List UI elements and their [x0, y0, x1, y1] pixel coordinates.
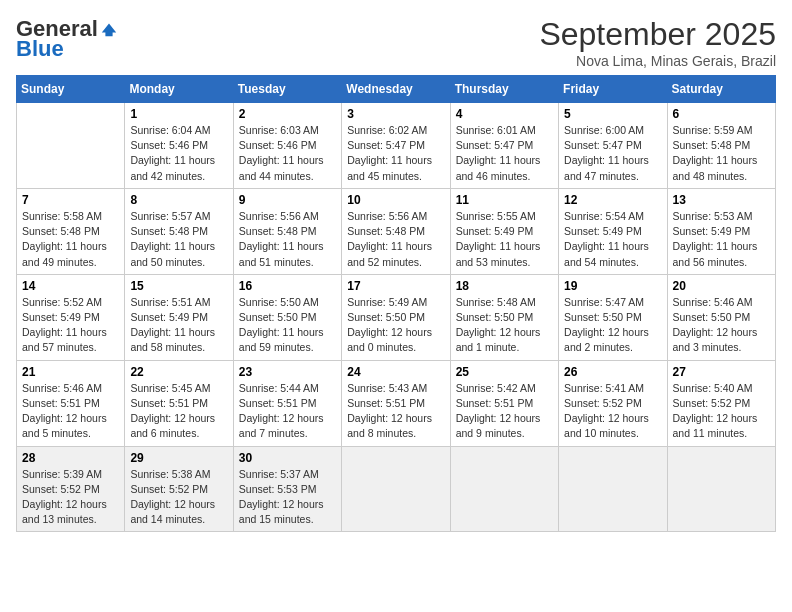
day-info: Sunrise: 5:37 AMSunset: 5:53 PMDaylight:…: [239, 467, 336, 528]
day-info: Sunrise: 6:03 AMSunset: 5:46 PMDaylight:…: [239, 123, 336, 184]
day-info: Sunrise: 5:56 AMSunset: 5:48 PMDaylight:…: [239, 209, 336, 270]
day-info: Sunrise: 5:39 AMSunset: 5:52 PMDaylight:…: [22, 467, 119, 528]
day-info: Sunrise: 5:44 AMSunset: 5:51 PMDaylight:…: [239, 381, 336, 442]
day-info: Sunrise: 5:57 AMSunset: 5:48 PMDaylight:…: [130, 209, 227, 270]
day-info: Sunrise: 5:42 AMSunset: 5:51 PMDaylight:…: [456, 381, 553, 442]
calendar-cell: 13Sunrise: 5:53 AMSunset: 5:49 PMDayligh…: [667, 188, 775, 274]
day-number: 17: [347, 279, 444, 293]
day-number: 10: [347, 193, 444, 207]
calendar-cell: 28Sunrise: 5:39 AMSunset: 5:52 PMDayligh…: [17, 446, 125, 532]
svg-marker-0: [102, 24, 116, 37]
day-number: 6: [673, 107, 770, 121]
calendar-cell: 25Sunrise: 5:42 AMSunset: 5:51 PMDayligh…: [450, 360, 558, 446]
calendar-cell: 4Sunrise: 6:01 AMSunset: 5:47 PMDaylight…: [450, 103, 558, 189]
location-subtitle: Nova Lima, Minas Gerais, Brazil: [539, 53, 776, 69]
day-number: 16: [239, 279, 336, 293]
day-info: Sunrise: 5:38 AMSunset: 5:52 PMDaylight:…: [130, 467, 227, 528]
calendar-week-1: 1Sunrise: 6:04 AMSunset: 5:46 PMDaylight…: [17, 103, 776, 189]
day-info: Sunrise: 5:52 AMSunset: 5:49 PMDaylight:…: [22, 295, 119, 356]
page-header: General Blue September 2025 Nova Lima, M…: [16, 16, 776, 69]
day-header-sunday: Sunday: [17, 76, 125, 103]
calendar-cell: 16Sunrise: 5:50 AMSunset: 5:50 PMDayligh…: [233, 274, 341, 360]
calendar-cell: 11Sunrise: 5:55 AMSunset: 5:49 PMDayligh…: [450, 188, 558, 274]
day-number: 24: [347, 365, 444, 379]
day-info: Sunrise: 5:51 AMSunset: 5:49 PMDaylight:…: [130, 295, 227, 356]
day-info: Sunrise: 5:54 AMSunset: 5:49 PMDaylight:…: [564, 209, 661, 270]
day-info: Sunrise: 5:50 AMSunset: 5:50 PMDaylight:…: [239, 295, 336, 356]
calendar-cell: 3Sunrise: 6:02 AMSunset: 5:47 PMDaylight…: [342, 103, 450, 189]
calendar-cell: 12Sunrise: 5:54 AMSunset: 5:49 PMDayligh…: [559, 188, 667, 274]
calendar-cell: 27Sunrise: 5:40 AMSunset: 5:52 PMDayligh…: [667, 360, 775, 446]
day-number: 23: [239, 365, 336, 379]
logo: General Blue: [16, 16, 118, 62]
day-number: 11: [456, 193, 553, 207]
calendar-cell: [450, 446, 558, 532]
calendar-cell: 18Sunrise: 5:48 AMSunset: 5:50 PMDayligh…: [450, 274, 558, 360]
calendar-week-4: 21Sunrise: 5:46 AMSunset: 5:51 PMDayligh…: [17, 360, 776, 446]
day-number: 3: [347, 107, 444, 121]
calendar-cell: 22Sunrise: 5:45 AMSunset: 5:51 PMDayligh…: [125, 360, 233, 446]
calendar-cell: 15Sunrise: 5:51 AMSunset: 5:49 PMDayligh…: [125, 274, 233, 360]
day-header-saturday: Saturday: [667, 76, 775, 103]
logo-blue: Blue: [16, 36, 64, 62]
calendar-cell: 8Sunrise: 5:57 AMSunset: 5:48 PMDaylight…: [125, 188, 233, 274]
calendar-cell: [342, 446, 450, 532]
calendar-cell: 26Sunrise: 5:41 AMSunset: 5:52 PMDayligh…: [559, 360, 667, 446]
day-info: Sunrise: 6:01 AMSunset: 5:47 PMDaylight:…: [456, 123, 553, 184]
day-number: 13: [673, 193, 770, 207]
calendar-week-3: 14Sunrise: 5:52 AMSunset: 5:49 PMDayligh…: [17, 274, 776, 360]
day-number: 15: [130, 279, 227, 293]
day-number: 21: [22, 365, 119, 379]
day-info: Sunrise: 5:56 AMSunset: 5:48 PMDaylight:…: [347, 209, 444, 270]
calendar-cell: [17, 103, 125, 189]
day-number: 8: [130, 193, 227, 207]
day-info: Sunrise: 5:41 AMSunset: 5:52 PMDaylight:…: [564, 381, 661, 442]
day-info: Sunrise: 6:00 AMSunset: 5:47 PMDaylight:…: [564, 123, 661, 184]
calendar-cell: 23Sunrise: 5:44 AMSunset: 5:51 PMDayligh…: [233, 360, 341, 446]
day-number: 12: [564, 193, 661, 207]
day-number: 29: [130, 451, 227, 465]
day-header-monday: Monday: [125, 76, 233, 103]
day-header-thursday: Thursday: [450, 76, 558, 103]
calendar-cell: 21Sunrise: 5:46 AMSunset: 5:51 PMDayligh…: [17, 360, 125, 446]
day-number: 9: [239, 193, 336, 207]
calendar-cell: 17Sunrise: 5:49 AMSunset: 5:50 PMDayligh…: [342, 274, 450, 360]
calendar-cell: 2Sunrise: 6:03 AMSunset: 5:46 PMDaylight…: [233, 103, 341, 189]
day-info: Sunrise: 5:58 AMSunset: 5:48 PMDaylight:…: [22, 209, 119, 270]
day-info: Sunrise: 5:47 AMSunset: 5:50 PMDaylight:…: [564, 295, 661, 356]
day-number: 5: [564, 107, 661, 121]
calendar-cell: 30Sunrise: 5:37 AMSunset: 5:53 PMDayligh…: [233, 446, 341, 532]
day-info: Sunrise: 5:55 AMSunset: 5:49 PMDaylight:…: [456, 209, 553, 270]
calendar-week-5: 28Sunrise: 5:39 AMSunset: 5:52 PMDayligh…: [17, 446, 776, 532]
day-info: Sunrise: 6:02 AMSunset: 5:47 PMDaylight:…: [347, 123, 444, 184]
day-number: 14: [22, 279, 119, 293]
day-number: 4: [456, 107, 553, 121]
title-section: September 2025 Nova Lima, Minas Gerais, …: [539, 16, 776, 69]
calendar-cell: 19Sunrise: 5:47 AMSunset: 5:50 PMDayligh…: [559, 274, 667, 360]
day-number: 28: [22, 451, 119, 465]
day-info: Sunrise: 5:49 AMSunset: 5:50 PMDaylight:…: [347, 295, 444, 356]
day-info: Sunrise: 5:46 AMSunset: 5:50 PMDaylight:…: [673, 295, 770, 356]
calendar-cell: 6Sunrise: 5:59 AMSunset: 5:48 PMDaylight…: [667, 103, 775, 189]
day-number: 26: [564, 365, 661, 379]
day-number: 20: [673, 279, 770, 293]
calendar-cell: 7Sunrise: 5:58 AMSunset: 5:48 PMDaylight…: [17, 188, 125, 274]
calendar-cell: 29Sunrise: 5:38 AMSunset: 5:52 PMDayligh…: [125, 446, 233, 532]
day-header-friday: Friday: [559, 76, 667, 103]
day-number: 2: [239, 107, 336, 121]
day-info: Sunrise: 5:53 AMSunset: 5:49 PMDaylight:…: [673, 209, 770, 270]
calendar-cell: 5Sunrise: 6:00 AMSunset: 5:47 PMDaylight…: [559, 103, 667, 189]
calendar-cell: 1Sunrise: 6:04 AMSunset: 5:46 PMDaylight…: [125, 103, 233, 189]
day-info: Sunrise: 5:59 AMSunset: 5:48 PMDaylight:…: [673, 123, 770, 184]
calendar-cell: [559, 446, 667, 532]
day-number: 27: [673, 365, 770, 379]
calendar-cell: [667, 446, 775, 532]
day-info: Sunrise: 5:48 AMSunset: 5:50 PMDaylight:…: [456, 295, 553, 356]
day-number: 18: [456, 279, 553, 293]
day-number: 7: [22, 193, 119, 207]
day-info: Sunrise: 5:45 AMSunset: 5:51 PMDaylight:…: [130, 381, 227, 442]
day-number: 30: [239, 451, 336, 465]
day-info: Sunrise: 6:04 AMSunset: 5:46 PMDaylight:…: [130, 123, 227, 184]
calendar-cell: 9Sunrise: 5:56 AMSunset: 5:48 PMDaylight…: [233, 188, 341, 274]
day-number: 19: [564, 279, 661, 293]
